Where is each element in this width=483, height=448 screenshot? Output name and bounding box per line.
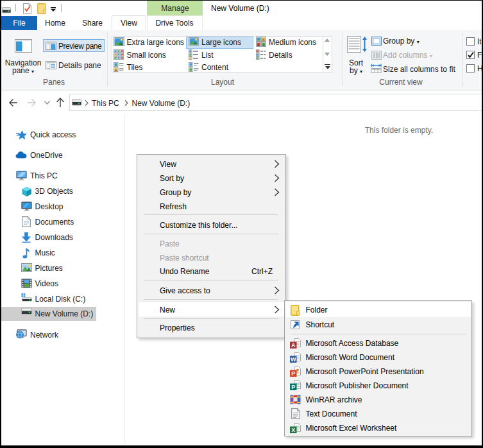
svg-text:P: P [291,370,295,376]
svg-text:X: X [291,426,295,433]
svg-text:W: W [291,356,296,362]
svg-text:P: P [291,384,295,390]
svg-text:A: A [291,341,296,348]
